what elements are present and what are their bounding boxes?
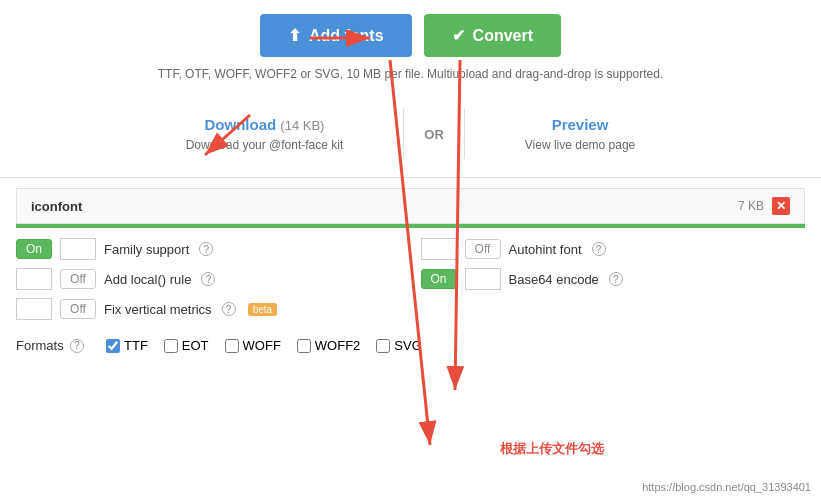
supported-formats-text: TTF, OTF, WOFF, WOFF2 or SVG, 10 MB per …: [0, 67, 821, 91]
download-size: (14 KB): [280, 118, 324, 133]
file-row: iconfont 7 KB ✕: [16, 188, 805, 224]
fix-vertical-help-icon[interactable]: ?: [222, 302, 236, 316]
add-local-help-icon[interactable]: ?: [201, 272, 215, 286]
formats-label: Formats ?: [16, 338, 86, 353]
format-svg-checkbox[interactable]: [376, 339, 390, 353]
convert-label: Convert: [473, 27, 533, 45]
or-divider: OR: [403, 109, 465, 159]
file-name: iconfont: [31, 199, 82, 214]
fix-vertical-label: Fix vertical metrics: [104, 302, 212, 317]
check-icon: ✔: [452, 26, 465, 45]
format-woff-checkbox[interactable]: [225, 339, 239, 353]
family-support-box: [60, 238, 96, 260]
format-ttf[interactable]: TTF: [106, 338, 148, 353]
format-woff[interactable]: WOFF: [225, 338, 281, 353]
file-size-remove: 7 KB ✕: [738, 197, 790, 215]
family-support-row: On Family support ?: [16, 238, 401, 260]
fix-vertical-box: [16, 298, 52, 320]
options-section: On Family support ? Off Add local() rule…: [0, 228, 821, 328]
base64-on-toggle[interactable]: On: [421, 269, 457, 289]
options-left: On Family support ? Off Add local() rule…: [16, 238, 401, 328]
convert-button[interactable]: ✔ Convert: [424, 14, 561, 57]
file-size: 7 KB: [738, 199, 764, 213]
formats-checkboxes: TTF EOT WOFF WOFF2 SVG: [106, 338, 422, 353]
family-support-help-icon[interactable]: ?: [199, 242, 213, 256]
add-local-row: Off Add local() rule ?: [16, 268, 401, 290]
base64-box: [465, 268, 501, 290]
autohint-toggle[interactable]: Off: [465, 239, 501, 259]
formats-help-icon[interactable]: ?: [70, 339, 84, 353]
format-ttf-checkbox[interactable]: [106, 339, 120, 353]
format-eot[interactable]: EOT: [164, 338, 209, 353]
family-support-toggle[interactable]: On: [16, 239, 52, 259]
preview-sub-text: View live demo page: [525, 138, 636, 152]
formats-section: Formats ? TTF EOT WOFF WOFF2 SVG: [0, 328, 821, 353]
add-fonts-label: Add fonts: [309, 27, 384, 45]
add-local-box: [16, 268, 52, 290]
format-eot-checkbox[interactable]: [164, 339, 178, 353]
download-link[interactable]: Download: [205, 116, 281, 133]
family-support-label: Family support: [104, 242, 189, 257]
base64-help-icon[interactable]: ?: [609, 272, 623, 286]
preview-link[interactable]: Preview: [552, 116, 609, 133]
watermark: https://blog.csdn.net/qq_31393401: [642, 481, 811, 493]
download-preview-section: Download (14 KB) Download your @font-fac…: [0, 91, 821, 178]
preview-block: Preview View live demo page: [465, 116, 696, 152]
base64-label: Base64 encode: [509, 272, 599, 287]
options-right: Off Autohint font ? On Base64 encode ?: [401, 238, 806, 328]
formats-row: Formats ? TTF EOT WOFF WOFF2 SVG: [16, 338, 805, 353]
annotation-text: 根据上传文件勾选: [500, 440, 604, 458]
format-woff2-checkbox[interactable]: [297, 339, 311, 353]
beta-badge: beta: [248, 303, 277, 316]
fix-vertical-row: Off Fix vertical metrics ? beta: [16, 298, 401, 320]
download-sub-text: Download your @font-face kit: [186, 138, 344, 152]
add-local-label: Add local() rule: [104, 272, 191, 287]
fix-vertical-toggle[interactable]: Off: [60, 299, 96, 319]
base64-row: On Base64 encode ?: [421, 268, 806, 290]
autohint-help-icon[interactable]: ?: [592, 242, 606, 256]
autohint-label: Autohint font: [509, 242, 582, 257]
format-svg[interactable]: SVG: [376, 338, 421, 353]
add-local-toggle[interactable]: Off: [60, 269, 96, 289]
toolbar: ⬆ Add fonts ✔ Convert: [0, 0, 821, 67]
remove-file-button[interactable]: ✕: [772, 197, 790, 215]
autohint-row: Off Autohint font ?: [421, 238, 806, 260]
format-woff2[interactable]: WOFF2: [297, 338, 361, 353]
add-fonts-button[interactable]: ⬆ Add fonts: [260, 14, 412, 57]
autohint-off-box: [421, 238, 457, 260]
download-block: Download (14 KB) Download your @font-fac…: [126, 116, 404, 152]
upload-icon: ⬆: [288, 26, 301, 45]
